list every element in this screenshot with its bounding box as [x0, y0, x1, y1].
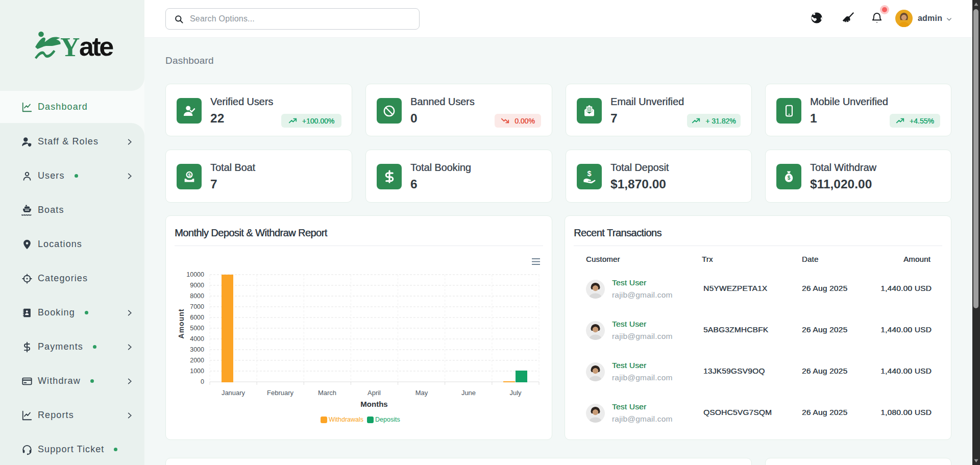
svg-text:10000: 10000 [186, 271, 204, 278]
svg-text:January: January [222, 389, 246, 397]
svg-text:3000: 3000 [190, 346, 204, 353]
svg-text:February: February [267, 389, 294, 397]
svg-text:$: $ [587, 169, 591, 178]
svg-text:5000: 5000 [190, 325, 204, 332]
svg-text:$: $ [788, 175, 791, 181]
svg-text:Months: Months [360, 400, 387, 408]
svg-text:4000: 4000 [190, 335, 204, 342]
svg-text:Y: Y [60, 32, 80, 59]
svg-text:0: 0 [201, 378, 204, 385]
svg-text:May: May [415, 389, 428, 397]
svg-text:9000: 9000 [190, 282, 204, 289]
svg-text:6000: 6000 [190, 314, 204, 321]
svg-text:$: $ [188, 173, 191, 178]
svg-text:Amount: Amount [177, 309, 185, 339]
svg-text:July: July [509, 389, 522, 397]
svg-text:June: June [461, 389, 476, 397]
svg-text:7000: 7000 [190, 303, 204, 310]
svg-text:April: April [368, 389, 381, 397]
svg-text:ate: ate [79, 32, 113, 59]
svg-text:1000: 1000 [190, 368, 204, 375]
svg-text:March: March [318, 389, 336, 397]
svg-text:8000: 8000 [190, 292, 204, 300]
svg-text:2000: 2000 [190, 357, 204, 364]
